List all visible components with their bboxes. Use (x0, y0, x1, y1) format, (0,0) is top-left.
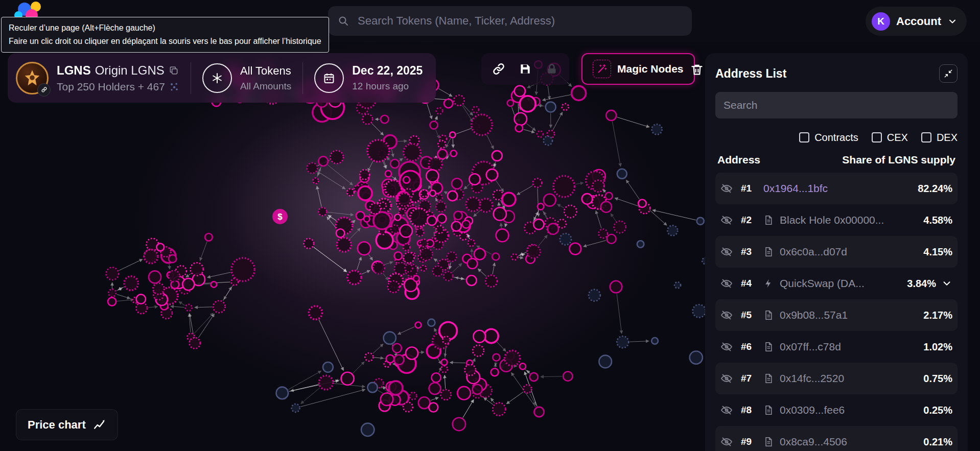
chart-pen-icon (93, 418, 106, 432)
address-row[interactable]: #60x07ff...c78d1.02% (715, 331, 958, 363)
chevron-down-icon[interactable] (941, 278, 952, 289)
address-list-panel: Address List Contracts CEX DEX Address S… (705, 53, 968, 451)
address-row[interactable]: #70x14fc...25200.75% (715, 363, 958, 394)
address-label: Black Hole 0x00000... (780, 214, 918, 226)
avatar: K (872, 12, 890, 31)
calendar-icon (314, 63, 344, 93)
date-ago-label: 12 hours ago (352, 81, 423, 92)
tokens-filter[interactable]: All Tokens All Amounts (240, 64, 291, 92)
address-filters: Contracts CEX DEX (715, 129, 958, 146)
share-value: 4.58% (923, 215, 952, 226)
table-header: Address Share of LGNS supply (715, 152, 958, 168)
hide-address-icon[interactable] (720, 436, 734, 448)
dex-checkbox[interactable] (921, 132, 931, 143)
price-chart-label: Price chart (28, 418, 86, 432)
address-rank: #4 (741, 278, 763, 289)
address-rows: #10x1964...1bfc82.24%#2Black Hole 0x0000… (715, 173, 958, 451)
contract-icon (763, 310, 775, 320)
chevron-down-icon (947, 16, 958, 27)
delete-button[interactable] (687, 59, 707, 80)
account-label: Account (896, 15, 941, 28)
collapse-panel-button[interactable] (939, 64, 958, 83)
filter-dex[interactable]: DEX (921, 132, 958, 144)
all-tokens-icon (202, 63, 232, 93)
magic-nodes-label: Magic Nodes (617, 63, 684, 75)
address-row[interactable]: #50x9b08...57a12.17% (715, 299, 958, 331)
hide-address-icon[interactable] (720, 214, 734, 226)
address-row[interactable]: #30x6c0a...d07d4.15% (715, 236, 958, 268)
token-logo[interactable] (16, 62, 49, 94)
filter-label: Contracts (814, 132, 858, 144)
contract-icon (763, 215, 775, 225)
link-icon (492, 62, 506, 76)
filter-contracts[interactable]: Contracts (799, 132, 858, 144)
address-row[interactable]: #80x0309...fee60.25% (715, 394, 958, 426)
address-rank: #1 (741, 183, 763, 194)
contract-icon (763, 247, 775, 257)
copy-icon[interactable] (169, 65, 179, 76)
lock-button[interactable] (543, 60, 561, 78)
address-label: 0x07ff...c78d (780, 341, 918, 353)
contract-icon (763, 437, 775, 447)
tokens-filter-sub: All Amounts (240, 81, 291, 92)
address-rank: #9 (741, 436, 763, 447)
date-filter[interactable]: Dec 22, 2025 12 hours ago (352, 64, 423, 92)
hide-address-icon[interactable] (720, 309, 734, 321)
address-row[interactable]: #2Black Hole 0x00000...4.58% (715, 204, 958, 236)
magic-wand-icon (593, 60, 611, 78)
token-descriptor: Origin LGNS (95, 63, 165, 78)
filter-cex[interactable]: CEX (872, 132, 908, 144)
tokens-filter-title: All Tokens (240, 64, 291, 78)
share-value: 82.24% (918, 183, 952, 195)
address-rank: #3 (741, 246, 763, 257)
cex-checkbox[interactable] (872, 132, 882, 143)
contracts-checkbox[interactable] (799, 132, 809, 143)
token-search-input[interactable] (357, 14, 683, 28)
address-row[interactable]: #10x1964...1bfc82.24% (715, 173, 958, 204)
hide-address-icon[interactable] (720, 277, 734, 290)
col-address: Address (717, 154, 760, 166)
trash-icon (690, 62, 704, 77)
share-value: 0.25% (923, 405, 952, 416)
svg-text:$: $ (277, 212, 283, 222)
address-row[interactable]: #4QuickSwap (DA...3.84% (715, 268, 958, 299)
share-link-button[interactable] (489, 60, 508, 78)
contract-icon (763, 342, 775, 352)
address-label: QuickSwap (DA... (780, 277, 902, 290)
address-rank: #8 (741, 405, 763, 416)
address-label: 0x1964...1bfc (763, 182, 913, 195)
address-search-input[interactable] (715, 92, 958, 118)
share-value: 3.84% (907, 278, 936, 290)
address-label: 0x6c0a...d07d (780, 246, 918, 258)
share-value: 4.15% (923, 246, 952, 258)
cluster-icon[interactable] (169, 82, 179, 92)
address-rank: #7 (741, 373, 763, 384)
divider (191, 62, 191, 94)
save-button[interactable] (516, 60, 534, 78)
token-name: LGNS (57, 63, 91, 78)
divider (302, 62, 303, 94)
hide-address-icon[interactable] (720, 182, 734, 195)
magic-nodes-button[interactable]: Magic Nodes (581, 53, 695, 85)
share-value: 0.75% (923, 373, 952, 385)
hide-address-icon[interactable] (720, 372, 734, 385)
address-row[interactable]: #90x8ca9...45060.21% (715, 426, 958, 451)
chain-badge-icon (37, 83, 51, 97)
graph-controls (481, 53, 569, 85)
tooltip-line2: Faire un clic droit ou cliquer en déplaç… (9, 35, 321, 48)
share-value: 2.17% (923, 310, 952, 321)
hide-address-icon[interactable] (720, 246, 734, 258)
hide-address-icon[interactable] (720, 341, 734, 353)
col-share: Share of LGNS supply (842, 154, 955, 166)
account-button[interactable]: K Account (866, 7, 967, 36)
badge-node: $ (272, 209, 288, 224)
dex-icon (763, 278, 775, 289)
address-label: 0x14fc...2520 (780, 372, 918, 385)
token-search[interactable] (328, 6, 692, 36)
share-value: 0.21% (923, 436, 952, 448)
price-chart-button[interactable]: Price chart (16, 409, 118, 440)
hide-address-icon[interactable] (720, 404, 734, 416)
address-rank: #2 (741, 215, 763, 226)
address-rank: #6 (741, 341, 763, 352)
panel-title: Address List (715, 67, 786, 81)
